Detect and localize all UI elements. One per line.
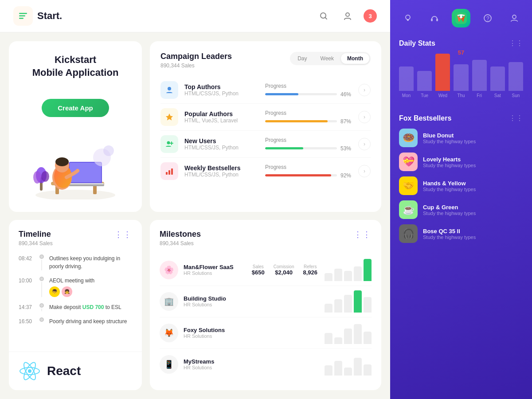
fox-bestsellers-title: Fox Bestsellers: [399, 114, 451, 122]
svg-rect-9: [93, 185, 97, 194]
hands-yellow-img: 🤝: [399, 176, 418, 195]
tab-month[interactable]: Month: [341, 53, 369, 64]
kickstart-title-line2: Mobile Application: [32, 66, 119, 79]
building-studio-icon: 🏢: [160, 292, 178, 311]
new-users-icon: [160, 135, 178, 153]
svg-text:?: ?: [486, 16, 489, 22]
building-studio-info: Building Studio HR Solutions: [184, 295, 325, 307]
weekly-bestsellers-progress: Progress 92%: [265, 164, 354, 179]
svg-point-17: [55, 157, 69, 166]
bar-thu-label: Thu: [457, 93, 465, 98]
top-authors-name: Top Authors: [184, 83, 265, 90]
progress-label-4: Progress: [265, 164, 354, 170]
milestones-title-section: Milestones 890,344 Sales: [160, 230, 201, 246]
sidebar-icon-headphone[interactable]: [425, 9, 444, 27]
weekly-bestsellers-tech: HTML/CSS/JS, Python: [184, 172, 265, 178]
sidebar-content: Daily Stats ⋮⋮ 57 Mon Tue Wed: [390, 32, 532, 399]
notification-badge[interactable]: 3: [364, 9, 377, 23]
mystreams-chart: [325, 353, 372, 376]
tab-week[interactable]: Week: [314, 53, 340, 64]
blue-donut-img: 🍩: [399, 129, 418, 147]
svg-point-48: [512, 15, 516, 19]
sales-value: $650: [252, 269, 265, 276]
sidebar-icon-help[interactable]: ?: [478, 9, 497, 27]
tab-day[interactable]: Day: [291, 53, 313, 64]
bar-thu-rect: [454, 64, 468, 91]
blue-donut-name: Blue Donut: [423, 132, 523, 139]
progress-bar-wrap-1: 46%: [265, 91, 354, 98]
refers-value: 8,926: [303, 269, 317, 276]
svg-point-36: [406, 15, 410, 20]
lovely-hearts-name: Lovely Hearts: [423, 156, 523, 163]
chevron-btn-2[interactable]: ›: [358, 111, 371, 123]
commission-value: $2,040: [274, 269, 294, 276]
daily-stats-header: Daily Stats ⋮⋮: [399, 39, 523, 47]
progress-fill-1: [265, 93, 298, 95]
progress-fill-2: [265, 120, 328, 122]
daily-stats-dots[interactable]: ⋮⋮: [509, 39, 523, 47]
sidebar-icon-user[interactable]: [505, 9, 524, 27]
timeline-dot-wrap-4: [39, 317, 44, 325]
lovely-hearts-info: Lovely Hearts Study the highway types: [423, 156, 523, 168]
foxy-solutions-sub: HR Solutions: [184, 333, 325, 339]
progress-label-2: Progress: [265, 110, 354, 116]
bestseller-lovely-hearts: 💝 Lovely Hearts Study the highway types: [399, 153, 523, 171]
campaign-row-top-authors: Top Authors HTML/CSS/JS, Python Progress…: [160, 77, 371, 104]
progress-bar-4: [265, 174, 337, 176]
sidebar-icon-bulb[interactable]: [399, 9, 417, 27]
user-icon[interactable]: [340, 8, 356, 24]
fox-bestsellers-dots[interactable]: ⋮⋮: [509, 114, 523, 122]
mystreams-icon: 📱: [160, 355, 178, 374]
timeline-menu[interactable]: ⋮⋮: [114, 230, 132, 239]
blue-donut-info: Blue Donut Study the highway types: [423, 132, 523, 144]
cup-green-img: ☕: [399, 200, 418, 219]
svg-line-4: [325, 18, 327, 20]
svg-point-5: [346, 13, 349, 16]
campaign-title: Campaign Leaders: [160, 52, 232, 61]
bars-container: Mon Tue Wed Thu Fri: [399, 54, 523, 98]
bar-mon-label: Mon: [402, 93, 411, 98]
bestseller-cup-green: ☕ Cup & Green Study the highway types: [399, 200, 523, 219]
svg-rect-0: [19, 13, 27, 14]
hands-yellow-name: Hands & Yellow: [423, 180, 523, 187]
bose-qc35-name: Bose QC 35 II: [423, 228, 523, 235]
progress-bar-3: [265, 147, 337, 149]
milestones-menu[interactable]: ⋮⋮: [354, 230, 372, 239]
man-flower-chart: [325, 259, 372, 281]
milestones-subtitle: 890,344 Sales: [160, 240, 201, 246]
stat-commission: Comission $2,040: [274, 264, 294, 276]
search-icon[interactable]: [316, 8, 332, 24]
bar-sat: Sat: [490, 54, 505, 98]
create-app-button[interactable]: Create App: [42, 99, 109, 117]
foxy-solutions-icon: 🦊: [160, 324, 178, 342]
svg-rect-29: [166, 172, 168, 175]
progress-label-1: Progress: [265, 83, 354, 89]
logo-icon: [13, 6, 33, 26]
chevron-btn-3[interactable]: ›: [358, 138, 371, 150]
cup-green-info: Cup & Green Study the highway types: [423, 204, 523, 216]
sidebar-icon-fox[interactable]: [452, 9, 470, 27]
building-studio-name: Building Studio: [184, 295, 325, 302]
svg-rect-13: [67, 183, 104, 184]
building-studio-sub: HR Solutions: [184, 302, 325, 307]
daily-stats-title: Daily Stats: [399, 39, 435, 47]
timeline-header: Timeline 890,344 Sales ⋮⋮: [19, 230, 132, 246]
weekly-bestsellers-icon: [160, 162, 178, 180]
man-flower-info: Man&Flower SaaS HR Solutions: [184, 264, 252, 276]
campaign-subtitle: 890,344 Sales: [160, 63, 232, 69]
svg-rect-1: [19, 16, 25, 17]
svg-point-24: [168, 87, 171, 90]
milestones-header: Milestones 890,344 Sales ⋮⋮: [160, 230, 372, 246]
chevron-btn-1[interactable]: ›: [358, 84, 371, 96]
timeline-item-4: 16:50 Poorly driving and keep structure: [19, 317, 132, 325]
timeline-time-4: 16:50: [19, 318, 34, 325]
progress-pct-1: 46%: [340, 91, 354, 98]
new-users-progress: Progress 53%: [265, 137, 354, 152]
timeline-line-2: [41, 282, 42, 297]
chevron-btn-4[interactable]: ›: [358, 165, 371, 177]
campaign-row-weekly-bestsellers: Weekly Bestsellers HTML/CSS/JS, Python P…: [160, 158, 371, 184]
bar-sun: Sun: [509, 54, 523, 98]
timeline-highlight: USD 700: [82, 304, 104, 310]
milestone-row-building-studio: 🏢 Building Studio HR Solutions: [160, 286, 372, 317]
new-users-info: New Users HTML/CSS/JS, Python: [184, 137, 265, 151]
